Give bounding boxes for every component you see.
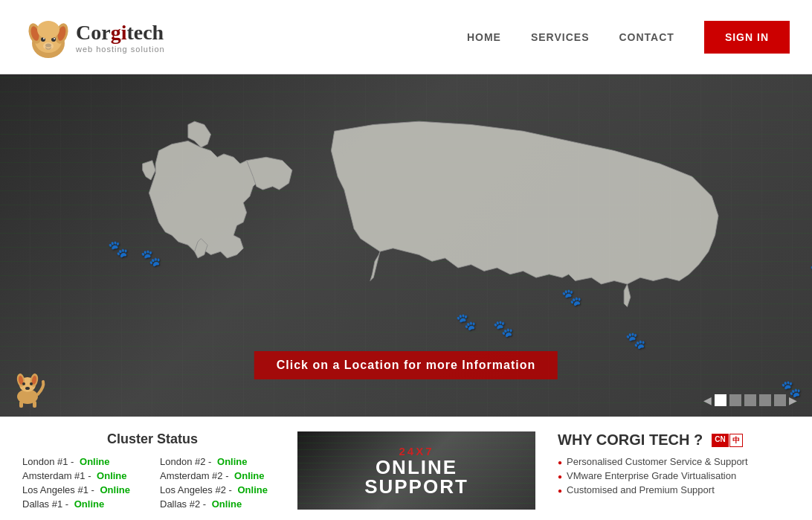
logo-icon	[22, 7, 74, 67]
header: Corgitech web hosting solution HOME SERV…	[0, 0, 812, 74]
why-item-2: ● VMware Enterprise Grade Virtualisation	[558, 470, 790, 481]
china-icon-en: CN	[712, 434, 728, 447]
support-online: ONLINE	[364, 458, 468, 477]
cluster-dallas2-status: Online	[212, 498, 242, 510]
bottom-section: Cluster Status London #1 - Online London…	[0, 417, 812, 520]
cluster-dallas2-name: Dallas #2 -	[160, 498, 209, 510]
why-item-3: ● Customised and Premium Support	[558, 484, 790, 495]
logo-area: Corgitech web hosting solution	[22, 7, 165, 67]
nav-services[interactable]: SERVICES	[531, 31, 590, 43]
cluster-dallas1-name: Dallas #1 -	[22, 498, 71, 510]
slider-dot-1[interactable]	[715, 394, 726, 406]
cluster-amsterdam2: Amsterdam #2 - Online	[160, 470, 283, 481]
slider-dot-4[interactable]	[759, 394, 771, 406]
main-nav: HOME SERVICES CONTACT SIGN IN	[467, 21, 790, 54]
world-map	[37, 112, 775, 372]
slider-dot-3[interactable]	[744, 394, 756, 406]
cluster-amsterdam2-status: Online	[234, 470, 264, 481]
support-support: SUPPORT	[364, 477, 468, 496]
svg-rect-23	[33, 401, 36, 408]
support-banner: 24X7 ONLINE SUPPORT	[297, 431, 535, 510]
svg-point-12	[37, 21, 59, 39]
paw-amsterdam[interactable]: 🐾	[141, 248, 161, 268]
cluster-london2-name: London #2 -	[160, 456, 214, 467]
why-list: ● Personalised Customer Service & Suppor…	[558, 456, 790, 495]
cluster-amsterdam2-name: Amsterdam #2 -	[160, 470, 231, 481]
corgi-mascot	[7, 368, 48, 409]
why-item-1: ● Personalised Customer Service & Suppor…	[558, 456, 790, 467]
cluster-dallas1: Dallas #1 - Online	[22, 498, 145, 510]
cluster-la1-status: Online	[100, 484, 129, 495]
paw-dallas1[interactable]: 🐾	[456, 312, 476, 332]
logo-text: Corgitech web hosting solution	[76, 21, 165, 54]
slider-prev[interactable]: ◀	[703, 394, 712, 406]
why-section: WHY CORGI TECH ? CN 中 ● Personalised Cus…	[550, 431, 790, 510]
cluster-london1: London #1 - Online	[22, 456, 145, 467]
svg-point-19	[22, 382, 25, 385]
slider-dot-2[interactable]	[729, 394, 741, 406]
nav-contact[interactable]: CONTACT	[619, 31, 674, 43]
paw-south[interactable]: 🐾	[625, 331, 645, 350]
cluster-dallas1-status: Online	[74, 498, 104, 510]
cluster-la2: Los Angeles #2 - Online	[160, 484, 283, 495]
cluster-status-title: Cluster Status	[22, 431, 283, 447]
svg-point-11	[43, 42, 54, 50]
why-title: WHY CORGI TECH ? CN 中	[558, 431, 790, 449]
paw-central[interactable]: 🐾	[561, 288, 581, 307]
cluster-la2-status: Online	[237, 484, 267, 495]
china-icons: CN 中	[709, 434, 742, 447]
signin-button[interactable]: SIGN IN	[704, 21, 790, 54]
cluster-la1-name: Los Angeles #1 -	[22, 484, 97, 495]
bullet-2: ●	[558, 472, 562, 481]
svg-point-9	[54, 38, 55, 39]
cluster-amsterdam1: Amsterdam #1 - Online	[22, 470, 145, 481]
cluster-status-panel: Cluster Status London #1 - Online London…	[22, 431, 283, 510]
svg-point-21	[25, 387, 30, 390]
bullet-1: ●	[558, 458, 562, 466]
cluster-london1-name: London #1 -	[22, 456, 77, 467]
bullet-3: ●	[558, 487, 562, 495]
svg-rect-22	[19, 401, 23, 408]
cluster-la2-name: Los Angeles #2 -	[160, 484, 234, 495]
svg-point-8	[43, 38, 45, 39]
nav-home[interactable]: HOME	[467, 31, 501, 43]
slider-next[interactable]: ▶	[789, 394, 797, 406]
why-title-text: WHY CORGI TECH ?	[558, 431, 703, 449]
cluster-london1-status: Online	[80, 456, 109, 467]
hero-section: 🐾 🐾 🐾 🐾 🐾 🐾 🐾 🐾 Click on a Location for …	[0, 74, 812, 417]
cluster-la1: Los Angeles #1 - Online	[22, 484, 145, 495]
paw-newyork[interactable]: 🐾	[810, 262, 813, 281]
cluster-grid: London #1 - Online London #2 - Online Am…	[22, 456, 283, 510]
slider-dots: ◀ ▶	[703, 394, 797, 406]
slider-dot-5[interactable]	[774, 394, 786, 406]
cluster-amsterdam1-name: Amsterdam #1 -	[22, 470, 94, 481]
why-item-1-text: Personalised Customer Service & Support	[567, 456, 748, 467]
paw-dallas2[interactable]: 🐾	[493, 319, 513, 338]
logo-sub-text: web hosting solution	[76, 45, 165, 54]
info-banner[interactable]: Click on a Location for more Information	[254, 351, 558, 379]
map-container: 🐾 🐾 🐾 🐾 🐾 🐾 🐾 🐾	[37, 112, 775, 372]
why-item-2-text: VMware Enterprise Grade Virtualisation	[567, 470, 736, 481]
svg-point-20	[30, 382, 33, 385]
cluster-london2: London #2 - Online	[160, 456, 283, 467]
paw-london1[interactable]: 🐾	[108, 240, 128, 259]
why-item-3-text: Customised and Premium Support	[567, 484, 715, 495]
cluster-london2-status: Online	[217, 456, 247, 467]
china-icon-zh: 中	[729, 434, 743, 447]
cluster-dallas2: Dallas #2 - Online	[160, 498, 283, 510]
logo-main-text: Corgitech	[76, 21, 165, 45]
cluster-amsterdam1-status: Online	[97, 470, 126, 481]
